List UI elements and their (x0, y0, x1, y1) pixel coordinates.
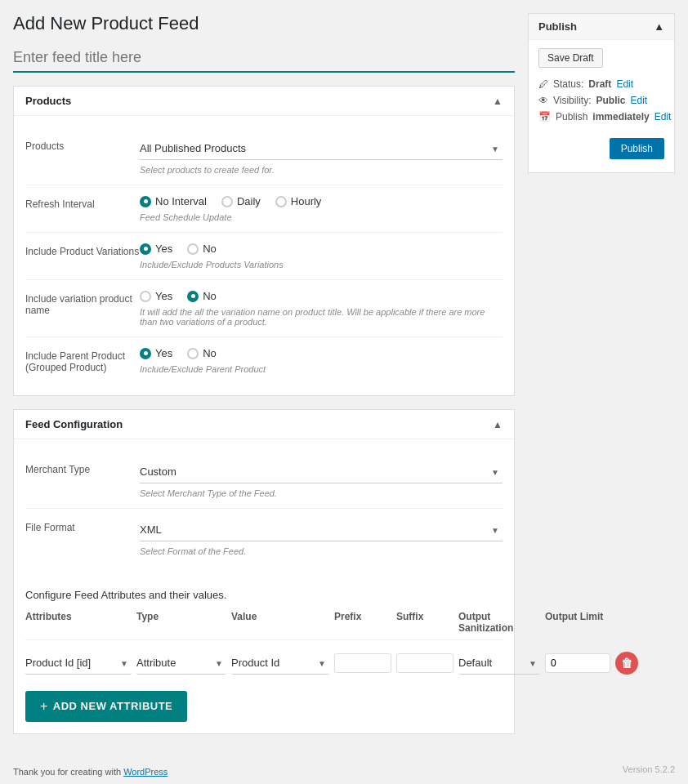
value-select[interactable]: Product Id Title Price (231, 652, 329, 675)
products-collapse-icon[interactable]: ▲ (493, 96, 503, 107)
attr-table-header: Attributes Type Value Prefix Suffix Outp… (25, 611, 503, 640)
refresh-interval-label: Refresh Interval (25, 195, 140, 210)
products-field-content: All Published Products Selected Products… (140, 137, 503, 175)
publish-time-value: immediately (592, 111, 649, 122)
parent-no-dot (187, 348, 199, 359)
status-item: 🖊 Status: Draft Edit (538, 76, 664, 92)
save-draft-button[interactable]: Save Draft (538, 48, 603, 68)
variations-yes-option[interactable]: Yes (140, 243, 172, 255)
hourly-option[interactable]: Hourly (275, 195, 322, 207)
parent-yes-dot (140, 348, 151, 359)
merchant-type-content: Custom Google Facebook ▼ Select Merchant… (140, 461, 503, 498)
refresh-hint: Feed Schedule Update (140, 212, 503, 222)
feed-config-title: Feed Configuration (25, 418, 123, 430)
output-sanitization-select[interactable]: Default Strip Tags None (458, 652, 540, 675)
no-interval-label: No Interval (155, 195, 207, 207)
file-format-hint: Select Format of the Feed. (140, 546, 503, 556)
refresh-interval-content: No Interval Daily Hourly Feed Sche (140, 195, 503, 222)
merchant-type-label: Merchant Type (25, 461, 140, 475)
variation-name-no-option[interactable]: No (187, 290, 217, 302)
include-variations-row: Include Product Variations Yes No (25, 233, 503, 280)
publish-title: Publish (538, 20, 577, 33)
col-header-prefix: Prefix (334, 611, 391, 635)
variations-hint: Include/Exclude Products Variations (140, 260, 503, 270)
publish-time-edit-link[interactable]: Edit (654, 111, 672, 122)
products-field-hint: Select products to create feed for. (140, 165, 503, 175)
col-header-attributes: Attributes (25, 611, 132, 635)
variations-yes-dot (140, 243, 151, 255)
products-section: Products ▲ Products All Published Produc… (13, 86, 515, 396)
variations-no-label: No (203, 243, 217, 255)
visibility-edit-link[interactable]: Edit (630, 95, 647, 106)
file-format-label: File Format (25, 519, 140, 533)
status-edit-link[interactable]: Edit (616, 78, 633, 90)
file-format-select-wrapper: XML CSV TSV ▼ (140, 519, 503, 541)
value-select-wrapper: Product Id Title Price ▼ (231, 652, 329, 675)
type-select-wrapper: Attribute Static Value Pattern ▼ (136, 652, 226, 675)
include-variations-label: Include Product Variations (25, 243, 140, 257)
variation-name-yes-option[interactable]: Yes (140, 290, 172, 302)
variation-name-no-dot (187, 291, 199, 302)
plus-icon: + (40, 699, 48, 714)
sidebar: Publish ▲ Save Draft 🖊 Status: Draft Edi… (528, 13, 675, 747)
publish-collapse-icon[interactable]: ▲ (654, 20, 664, 33)
daily-option[interactable]: Daily (221, 195, 261, 207)
visibility-label: Visibility: (553, 95, 591, 106)
attribute-select-wrapper: Product Id [id] Title Price ▼ (25, 652, 132, 675)
suffix-input[interactable] (396, 653, 453, 673)
products-section-header: Products ▲ (14, 87, 514, 116)
variations-no-dot (187, 243, 199, 255)
products-field-label: Products (25, 137, 140, 152)
status-icon: 🖊 (538, 78, 548, 90)
include-parent-content: Yes No Include/Exclude Parent Product (140, 347, 503, 374)
feed-config-collapse-icon[interactable]: ▲ (493, 419, 503, 430)
merchant-type-select[interactable]: Custom Google Facebook (140, 461, 503, 483)
daily-label: Daily (237, 195, 261, 207)
wordpress-link[interactable]: WordPress (123, 767, 168, 777)
visibility-item: 👁 Visibility: Public Edit (538, 92, 664, 109)
publish-button[interactable]: Publish (610, 138, 664, 159)
col-header-suffix: Suffix (396, 611, 453, 635)
variation-name-yes-dot (140, 291, 151, 302)
variations-no-option[interactable]: No (187, 243, 217, 255)
visibility-icon: 👁 (538, 95, 548, 106)
hourly-dot (275, 196, 287, 207)
products-section-title: Products (25, 95, 71, 107)
merchant-type-row: Merchant Type Custom Google Facebook ▼ S… (25, 451, 503, 509)
type-select[interactable]: Attribute Static Value Pattern (136, 652, 226, 675)
version-text: Version 5.2.2 (623, 764, 675, 774)
merchant-type-hint: Select Merchant Type of the Feed. (140, 488, 503, 498)
variation-name-no-label: No (203, 290, 217, 302)
products-select-wrapper: All Published Products Selected Products… (140, 137, 503, 160)
merchant-type-select-wrapper: Custom Google Facebook ▼ (140, 461, 503, 483)
refresh-interval-group: No Interval Daily Hourly (140, 195, 503, 207)
no-interval-option[interactable]: No Interval (140, 195, 207, 207)
hourly-label: Hourly (291, 195, 322, 207)
parent-yes-option[interactable]: Yes (140, 347, 172, 359)
daily-dot (221, 196, 233, 207)
attributes-config-label: Configure Feed Attributes and their valu… (25, 589, 503, 601)
variations-yes-label: Yes (155, 243, 172, 255)
products-field-row: Products All Published Products Selected… (25, 127, 503, 185)
parent-hint: Include/Exclude Parent Product (140, 364, 503, 374)
variation-name-group: Yes No (140, 290, 503, 302)
file-format-select[interactable]: XML CSV TSV (140, 519, 503, 541)
feed-config-header: Feed Configuration ▲ (14, 410, 514, 439)
publish-time-item: 📅 Publish immediately Edit (538, 109, 664, 125)
feed-title-input[interactable] (13, 44, 515, 73)
publish-box-header: Publish ▲ (529, 14, 674, 40)
parent-no-option[interactable]: No (187, 347, 217, 359)
variation-name-hint: It will add the all the variation name o… (140, 307, 503, 327)
attribute-select[interactable]: Product Id [id] Title Price (25, 652, 132, 675)
table-row: Product Id [id] Title Price ▼ Attribute … (25, 647, 503, 679)
file-format-row: File Format XML CSV TSV ▼ Select Format … (25, 509, 503, 566)
include-variations-group: Yes No (140, 243, 503, 255)
variation-name-content: Yes No It will add the all the variation… (140, 290, 503, 327)
calendar-icon: 📅 (538, 111, 551, 122)
col-header-value: Value (231, 611, 329, 635)
add-attribute-button[interactable]: + ADD NEW ATTRIBUTE (25, 691, 187, 722)
products-select[interactable]: All Published Products Selected Products (140, 137, 503, 160)
prefix-input[interactable] (334, 653, 391, 673)
include-parent-label: Include Parent Product (Grouped Product) (25, 347, 140, 373)
refresh-interval-row: Refresh Interval No Interval Daily (25, 185, 503, 233)
